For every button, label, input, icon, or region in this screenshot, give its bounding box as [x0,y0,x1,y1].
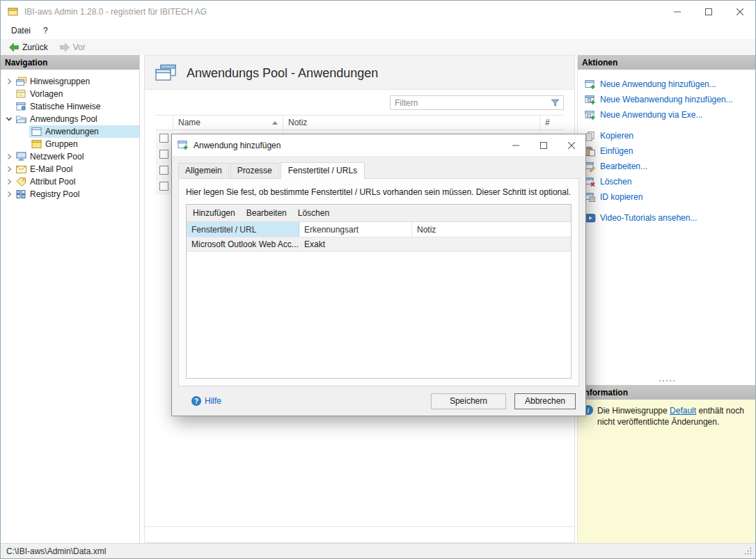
action-label: Neue Anwendung hinzufügen... [600,79,716,89]
chevron-right-icon[interactable] [4,166,14,173]
chevron-down-icon[interactable] [4,116,14,123]
menu-help[interactable]: ? [37,24,54,38]
dialog-minimize-button[interactable] [502,134,530,156]
action-kopieren[interactable]: Kopieren [585,128,751,143]
action-label: Neue Webanwendung hinzufügen... [600,95,733,104]
nav-item-anwendungen[interactable]: Anwendungen [1,125,139,138]
close-button[interactable] [724,1,755,22]
loeschen-button[interactable]: Löschen [298,208,329,218]
nav-item-label: Statische Hinweise [30,102,103,111]
titlebar[interactable]: IBI-aws Admin 1.28.0 - registriert für I… [1,1,755,22]
row-checkbox[interactable] [159,166,168,175]
nav-item-label: Hinweisgruppen [30,77,93,86]
action-neue-webanwendung-hinzufuegen[interactable]: Neue Webanwendung hinzufügen... [585,92,751,107]
speichern-button[interactable]: Speichern [431,393,506,409]
maximize-button[interactable] [693,1,724,22]
dialog-tabs: Allgemein Prozesse Fenstertitel / URLs [172,156,585,178]
nav-item-label: E-Mail Pool [30,164,75,174]
menu-datei[interactable]: Datei [5,24,37,38]
column-header-notiz[interactable]: Notiz [412,222,571,237]
back-label: Zurück [22,42,48,52]
row-checkbox[interactable] [159,182,168,191]
action-neue-anwendung-hinzufuegen[interactable]: Neue Anwendung hinzufügen... [585,77,751,92]
resize-grip-icon[interactable] [743,546,753,556]
action-loeschen[interactable]: Löschen [585,174,751,189]
filter-input[interactable] [391,98,547,108]
nav-item-gruppen[interactable]: Gruppen [1,138,139,150]
tab-prozesse[interactable]: Prozesse [230,163,279,178]
abbrechen-button[interactable]: Abbrechen [514,393,576,409]
dialog-footer: ? Hilfe Speichern Abbrechen [172,386,585,416]
registry-icon [15,189,27,199]
nav-item-anwendungs-pool[interactable]: Anwendungs Pool [1,113,139,125]
action-label: Video-Tutorials ansehen... [600,213,697,223]
content-area: Navigation Hinweisgruppen Vorlagen [1,55,755,543]
nav-item-label: Anwendungen [45,127,102,136]
action-label: ID kopieren [600,192,643,202]
tab-page-fenstertitel-urls: Hier legen Sie fest, ob bestimmte Fenste… [178,178,579,386]
column-label: Name [178,118,200,127]
statusbar: C:\IBI-aws\Admin\Data.xml [1,543,755,558]
nav-item-label: Registry Pool [30,189,82,199]
hilfe-link[interactable]: ? Hilfe [191,396,221,406]
action-label: Bearbeiten... [600,162,647,171]
copy-icon [585,131,596,141]
groups-icon [31,139,42,149]
row-checkbox[interactable] [159,150,168,159]
action-einfuegen[interactable]: Einfügen [585,143,751,159]
email-icon [15,165,27,174]
chevron-right-icon[interactable] [4,191,14,198]
column-header-checkbox[interactable] [155,116,173,129]
column-header-fenstertitel-url[interactable]: Fenstertitel / URL [187,222,299,237]
tab-fenstertitel-urls[interactable]: Fenstertitel / URLs [281,162,365,179]
splitter-handle[interactable] [578,377,755,385]
forward-label: Vor [73,42,86,52]
statusbar-path: C:\IBI-aws\Admin\Data.xml [6,546,106,556]
nav-item-netzwerk-pool[interactable]: Netzwerk Pool [1,150,139,163]
column-header-erkennungsart[interactable]: Erkennungsart [299,222,412,237]
nav-item-registry-pool[interactable]: Registry Pool [1,188,139,200]
nav-item-hinweisgruppen[interactable]: Hinweisgruppen [1,75,139,88]
nav-item-statische-hinweise[interactable]: Statische Hinweise [1,100,139,113]
action-bearbeiten[interactable]: Bearbeiten... [585,159,751,174]
page-title: Anwendungs Pool - Anwendungen [187,66,378,81]
edit-icon [585,162,596,172]
actions-header: Aktionen [578,55,755,70]
column-header-name[interactable]: Name [173,116,283,129]
nav-item-attribut-pool[interactable]: Attribut Pool [1,175,139,188]
column-header-count[interactable]: # [540,116,564,129]
nav-item-email-pool[interactable]: E-Mail Pool [1,163,139,175]
cell-notiz [412,237,571,251]
dialog-titlebar[interactable]: Anwendung hinzufügen [172,134,585,156]
action-id-kopieren[interactable]: ID kopieren [585,189,751,205]
default-hinweisgruppe-link[interactable]: Default [670,406,696,416]
forward-button[interactable]: Vor [56,42,89,53]
chevron-right-icon[interactable] [4,153,14,160]
menubar: Datei ? [1,22,755,39]
hinzufuegen-button[interactable]: Hinzufügen [193,208,235,218]
nav-item-label: Attribut Pool [30,177,78,187]
minimize-button[interactable] [661,1,693,22]
action-neue-anwendung-via-exe[interactable]: Neue Anwendung via Exe... [585,107,751,123]
fenstertitel-list: Hinzufügen Bearbeiten Löschen Fenstertit… [186,204,572,379]
dialog-maximize-button[interactable] [530,134,558,156]
row-checkbox[interactable] [159,134,168,143]
nav-item-vorlagen[interactable]: Vorlagen [1,88,139,100]
list-toolbar: Hinzufügen Bearbeiten Löschen [187,205,571,222]
action-video-tutorials[interactable]: Video-Tutorials ansehen... [585,210,751,226]
filter-row [145,90,574,115]
filter-icon[interactable] [547,99,563,107]
filter-box [390,95,564,110]
window-plus-icon [585,95,596,105]
column-header-notiz[interactable]: Notiz [283,116,540,129]
bearbeiten-button[interactable]: Bearbeiten [246,208,287,218]
back-button[interactable]: Zurück [5,42,52,53]
chevron-right-icon[interactable] [4,178,14,185]
app-window: IBI-aws Admin 1.28.0 - registriert für I… [0,0,756,559]
chevron-right-icon[interactable] [4,78,14,85]
dialog-close-button[interactable] [558,134,585,156]
information-header: Information [578,385,755,400]
navigation-panel: Navigation Hinweisgruppen Vorlagen [1,55,140,543]
table-row[interactable]: Microsoft Outlook Web Acc... Exakt [187,237,571,252]
tab-allgemein[interactable]: Allgemein [178,163,229,178]
